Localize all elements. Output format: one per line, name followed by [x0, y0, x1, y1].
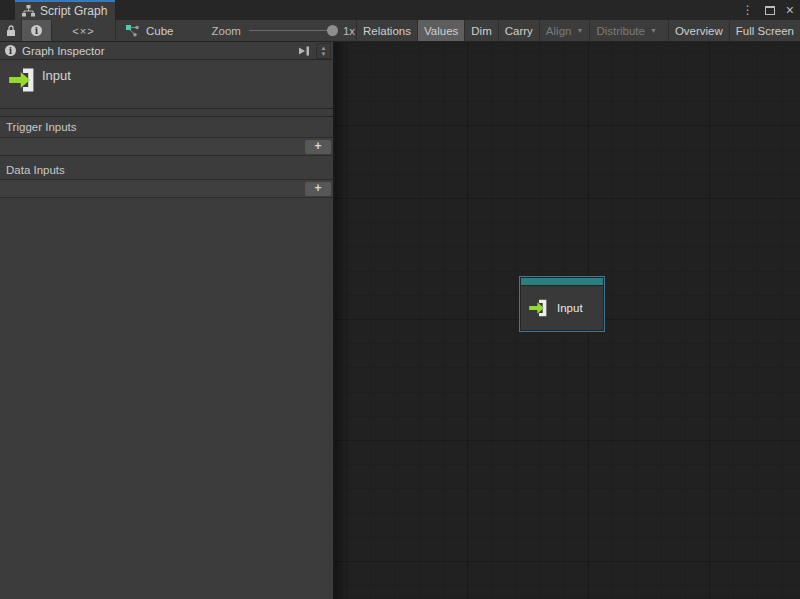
- data-inputs-label: Data Inputs: [0, 161, 333, 179]
- zoom-slider[interactable]: [249, 30, 335, 31]
- add-data-input-button[interactable]: +: [305, 182, 331, 196]
- title-bar: Script Graph ⋮ ×: [0, 0, 800, 20]
- zoom-value: 1x: [343, 25, 355, 37]
- input-node-label: Input: [557, 302, 583, 314]
- data-inputs-list: +: [0, 179, 333, 198]
- graph-hierarchy-icon: [22, 5, 35, 17]
- info-icon: i: [31, 25, 42, 36]
- info-icon: i: [5, 45, 16, 56]
- graph-name-label: Cube: [146, 25, 174, 37]
- distribute-dropdown[interactable]: Distribute ▼: [589, 20, 663, 41]
- graph-inspector-header: i Graph Inspector ▲ ▼: [0, 42, 333, 60]
- graph-canvas[interactable]: Input: [335, 42, 800, 599]
- zoom-control: Zoom 1x: [212, 25, 356, 37]
- window-menu-icon[interactable]: ⋮: [742, 4, 754, 16]
- lock-icon: [6, 24, 16, 37]
- code-preview-button[interactable]: <×>: [52, 20, 116, 41]
- values-button[interactable]: Values: [417, 20, 464, 41]
- view-toggle-group: Relations Values Dim Carry Align ▼ Distr…: [356, 20, 800, 41]
- dock-sidebar-icon[interactable]: [298, 45, 310, 57]
- input-unit-icon: [528, 299, 550, 317]
- add-trigger-input-button[interactable]: +: [305, 140, 331, 154]
- graph-inspector-panel: i Graph Inspector ▲ ▼ Input Trigger Inpu…: [0, 42, 335, 599]
- scroll-spinner[interactable]: ▲ ▼: [316, 43, 331, 59]
- inspector-toggle-button[interactable]: i: [22, 20, 52, 41]
- carry-button[interactable]: Carry: [498, 20, 539, 41]
- zoom-slider-knob[interactable]: [327, 25, 338, 36]
- input-node-body[interactable]: Input: [521, 286, 603, 330]
- overview-button[interactable]: Overview: [668, 20, 729, 41]
- close-icon[interactable]: ×: [786, 3, 794, 17]
- trigger-inputs-label: Trigger Inputs: [0, 117, 333, 137]
- graph-inspector-title: Graph Inspector: [22, 45, 292, 57]
- full-screen-button[interactable]: Full Screen: [729, 20, 800, 41]
- collapsed-section-strip: [0, 109, 333, 117]
- chevron-down-icon: ▼: [650, 27, 657, 34]
- relations-button[interactable]: Relations: [356, 20, 417, 41]
- input-unit-icon: [8, 67, 38, 93]
- unit-title-box: Input: [0, 60, 333, 109]
- input-node-header[interactable]: [521, 278, 603, 285]
- spinner-down-icon[interactable]: ▼: [321, 51, 327, 57]
- window-controls: ⋮ ×: [742, 0, 794, 20]
- input-node[interactable]: Input: [519, 276, 605, 332]
- maximize-icon[interactable]: [765, 6, 775, 15]
- code-icon: <×>: [72, 25, 94, 37]
- zoom-label: Zoom: [212, 25, 241, 37]
- tab-script-graph[interactable]: Script Graph: [15, 0, 115, 20]
- align-dropdown[interactable]: Align ▼: [539, 20, 590, 41]
- lock-button[interactable]: [0, 20, 22, 41]
- graph-reference[interactable]: Cube: [126, 25, 174, 37]
- unit-title: Input: [42, 68, 71, 83]
- graph-toolbar: i <×> Cube Zoom 1x Relations: [0, 20, 800, 42]
- script-graph-asset-icon: [126, 25, 140, 37]
- dim-button[interactable]: Dim: [464, 20, 497, 41]
- trigger-inputs-list: +: [0, 137, 333, 156]
- chevron-down-icon: ▼: [576, 27, 583, 34]
- tab-title: Script Graph: [40, 4, 107, 18]
- script-graph-window: Script Graph ⋮ × i <×>: [0, 0, 800, 599]
